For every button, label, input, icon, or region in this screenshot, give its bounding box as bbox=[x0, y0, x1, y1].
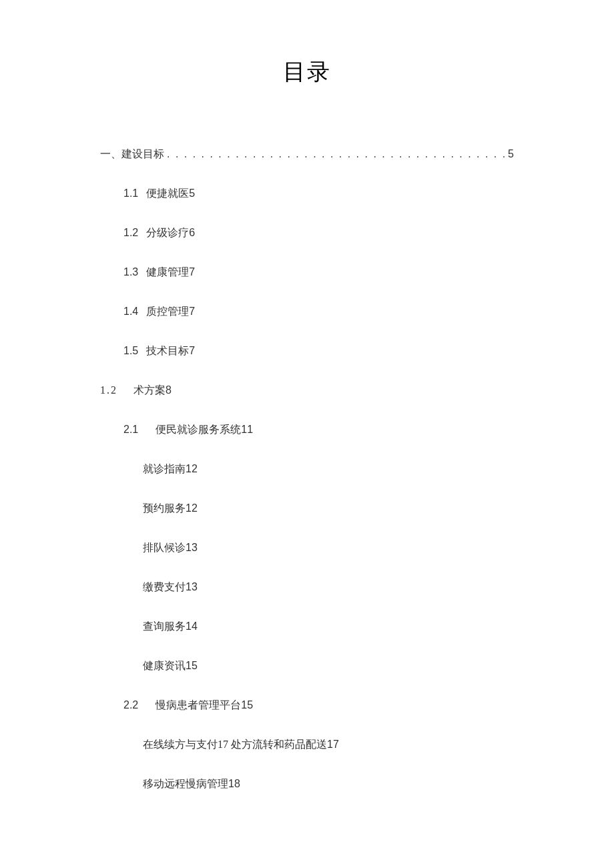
toc-entry-label: 排队候诊 bbox=[143, 542, 186, 553]
toc-section-2-label: 术方案 bbox=[133, 384, 166, 396]
toc-entry-1-2: 1.2分级诊疗6 bbox=[123, 226, 514, 240]
toc-dots: . . . . . . . . . . . . . . . . . . . . … bbox=[164, 148, 508, 160]
toc-entry-num: 2.1 bbox=[123, 424, 138, 435]
toc-entry-2-2-2: 移动远程慢病管理18 bbox=[143, 777, 514, 791]
toc-entry-page: 14 bbox=[186, 620, 198, 632]
toc-entry-2-1-1: 就诊指南12 bbox=[143, 462, 514, 476]
toc-entry-page: 13 bbox=[186, 581, 198, 592]
toc-entry-label: 便捷就医 bbox=[146, 187, 189, 199]
toc-entry-page: 15 bbox=[186, 660, 198, 671]
toc-entry-section-1: 一、建设目标 . . . . . . . . . . . . . . . . .… bbox=[100, 147, 514, 161]
toc-entry-label: 查询服务 bbox=[143, 620, 186, 632]
toc-entry-label: 健康管理 bbox=[146, 266, 189, 278]
toc-entry-label: 就诊指南 bbox=[143, 463, 186, 474]
toc-entry-label: 技术目标 bbox=[146, 345, 189, 356]
toc-container: 一、建设目标 . . . . . . . . . . . . . . . . .… bbox=[0, 87, 614, 791]
toc-entry-page: 5 bbox=[189, 187, 195, 199]
toc-section-1-page: 5 bbox=[508, 148, 514, 160]
toc-entry-label: 移动远程慢病管理 bbox=[143, 778, 228, 789]
toc-entry-label: 便民就诊服务系统 bbox=[156, 424, 241, 435]
toc-section-2-num: 1.2 bbox=[100, 384, 117, 396]
toc-entry-2-1-2: 预约服务12 bbox=[143, 502, 514, 516]
toc-entry-page: 11 bbox=[241, 424, 253, 435]
toc-entry-2-2: 2.2慢病患者管理平台15 bbox=[123, 699, 514, 713]
toc-entry-num: 1.5 bbox=[123, 345, 138, 356]
toc-entry-1-3: 1.3健康管理7 bbox=[123, 266, 514, 280]
toc-entry-page: 7 bbox=[189, 266, 195, 278]
toc-entry-2-1-6: 健康资讯15 bbox=[143, 659, 514, 673]
toc-entry-page: 18 bbox=[228, 778, 240, 789]
toc-entry-num: 1.3 bbox=[123, 266, 138, 278]
toc-entry-page: 6 bbox=[189, 227, 195, 238]
toc-entry-page: 7 bbox=[189, 306, 195, 317]
toc-entry-2-1-5: 查询服务14 bbox=[143, 620, 514, 634]
toc-entry-page: 17 bbox=[327, 739, 339, 750]
toc-entry-section-2: 1.2术方案8 bbox=[100, 384, 514, 398]
page-title: 目录 bbox=[0, 0, 614, 87]
toc-entry-num: 1.2 bbox=[123, 227, 138, 238]
toc-entry-page: 13 bbox=[186, 542, 198, 553]
toc-entry-label: 预约服务 bbox=[143, 502, 186, 514]
toc-entry-label: 缴费支付 bbox=[143, 581, 186, 592]
toc-entry-2-1-3: 排队候诊13 bbox=[143, 541, 514, 555]
toc-entry-1-5: 1.5技术目标7 bbox=[123, 344, 514, 358]
toc-entry-label: 质控管理 bbox=[146, 306, 189, 317]
toc-entry-2-1-4: 缴费支付13 bbox=[143, 580, 514, 594]
toc-entry-1-4: 1.4质控管理7 bbox=[123, 305, 514, 319]
toc-entry-2-2-1: 在线续方与支付17 处方流转和药品配送17 bbox=[143, 738, 514, 752]
toc-entry-label: 慢病患者管理平台 bbox=[156, 699, 241, 711]
toc-entry-page: 12 bbox=[186, 463, 198, 474]
toc-entry-page: 7 bbox=[189, 345, 195, 356]
toc-entry-page: 15 bbox=[241, 699, 253, 711]
toc-entry-2-1: 2.1便民就诊服务系统11 bbox=[123, 423, 514, 437]
toc-entry-label: 分级诊疗 bbox=[146, 227, 189, 238]
toc-entry-1-1: 1.1便捷就医5 bbox=[123, 187, 514, 201]
toc-entry-page: 12 bbox=[186, 502, 198, 514]
toc-entry-label: 在线续方与支付17 处方流转和药品配送 bbox=[143, 739, 327, 750]
toc-entry-num: 1.4 bbox=[123, 306, 138, 317]
toc-entry-label: 健康资讯 bbox=[143, 660, 186, 671]
toc-section-2-page: 8 bbox=[166, 384, 172, 396]
toc-section-1-label: 一、建设目标 bbox=[100, 147, 164, 161]
toc-entry-num: 1.1 bbox=[123, 187, 138, 199]
toc-entry-num: 2.2 bbox=[123, 699, 138, 711]
